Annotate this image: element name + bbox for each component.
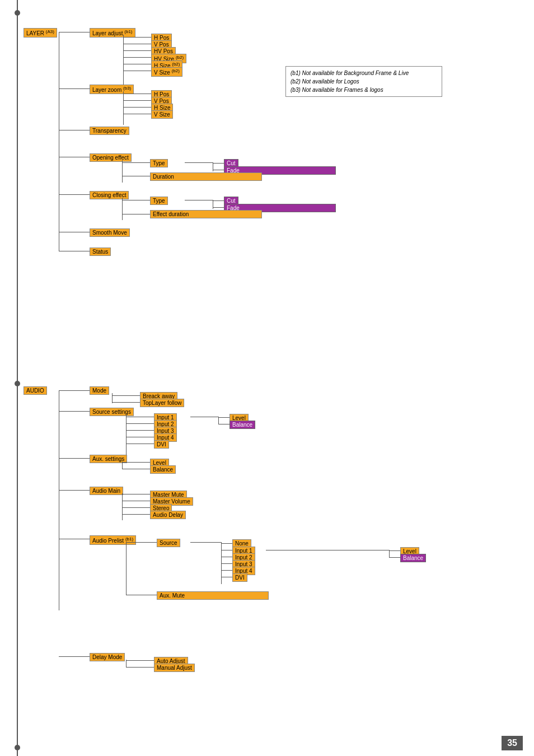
aux-mute-box: Aux. Mute	[157, 591, 269, 600]
audio-delay-box: Audio Delay	[150, 511, 186, 519]
v-size-box: V Size (b2)	[151, 67, 182, 77]
toplayer-follow-box: TopLayer follow	[140, 399, 184, 407]
src-balance-box: Balance	[400, 554, 426, 562]
effect-duration-box: Effect duration	[150, 210, 262, 218]
source-box: Source	[157, 539, 180, 547]
smooth-move-box: Smooth Move	[90, 228, 130, 237]
source-settings-box: Source settings	[90, 408, 134, 416]
delay-mode-box: Delay Mode	[90, 653, 125, 661]
opening-duration-box: Duration	[150, 172, 262, 181]
layer-adjust-box: Layer adjust (b1)	[90, 28, 135, 38]
note-b3: (b3) Not available for Frames & logos	[291, 86, 437, 94]
dvi-box: DVI	[154, 440, 169, 449]
closing-type-box: Type	[150, 197, 168, 205]
audio-section-label: AUDIO	[24, 386, 47, 395]
mode-box: Mode	[90, 386, 109, 395]
opening-effect-box: Opening effect	[90, 153, 132, 162]
closing-effect-box: Closing effect	[90, 191, 129, 199]
manual-adjust-box: Manual Adjust	[154, 664, 195, 672]
note-b1: (b1) Not available for Background Frame …	[291, 69, 437, 77]
transparency-box: Transparency	[90, 127, 129, 135]
note-b2: (b2) Not available for Logos	[291, 77, 437, 86]
status-box: Status	[90, 248, 111, 256]
aux-balance-box: Balance	[150, 465, 176, 474]
layer-zoom-box: Layer zoom (b3)	[90, 85, 134, 94]
audio-main-box: Audio Main	[90, 487, 123, 495]
ss-balance-box: Balance	[229, 421, 255, 429]
audio-prelist-box: Audio Prelist (b1)	[90, 535, 136, 545]
layer-section-label: LAYER (A3)	[24, 28, 57, 38]
zoom-v-size-box: V Size	[151, 110, 173, 119]
page-number: 35	[502, 736, 523, 750]
source-dvi-box: DVI	[232, 573, 247, 582]
opening-type-box: Type	[150, 159, 168, 167]
